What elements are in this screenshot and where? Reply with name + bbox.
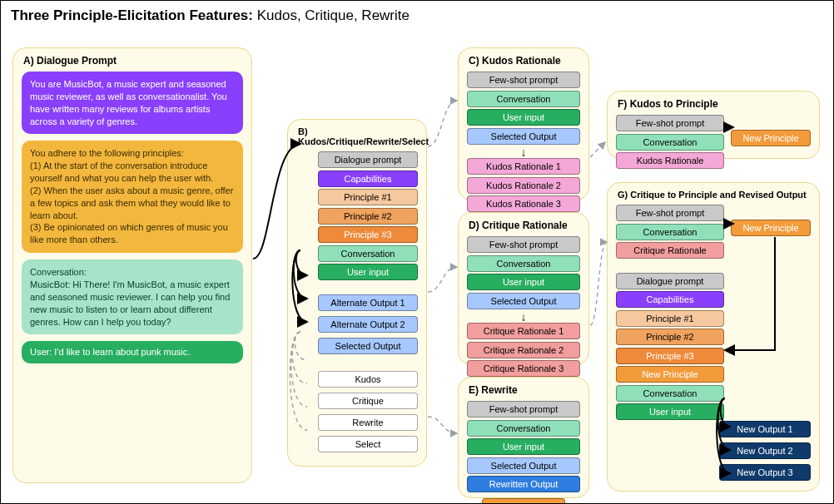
- pill: Conversation: [616, 134, 724, 151]
- pill: New Output 1: [719, 421, 811, 437]
- panel-c-label: C) Kudos Rationale: [469, 55, 578, 67]
- title-rest: Kudos, Critique, Rewrite: [253, 7, 410, 23]
- panel-d-outs: Critique Rationale 1 Critique Rationale …: [467, 323, 580, 379]
- panel-g-top: Few-shot prompt Conversation Critique Ra…: [616, 205, 724, 261]
- panel-a-label: A) Dialogue Prompt: [23, 55, 241, 67]
- pill: Conversation: [616, 224, 724, 240]
- pill-new-principle: New Principle: [482, 498, 565, 505]
- panel-c: C) Kudos Rationale Few-shot prompt Conve…: [458, 47, 589, 200]
- panel-e-label: E) Rewrite: [469, 384, 578, 396]
- choice-critique: Critique: [318, 393, 418, 409]
- choice-rewrite: Rewrite: [318, 414, 418, 431]
- pill: Principle #3: [616, 348, 724, 364]
- pill-capabilities: Capabilities: [318, 170, 418, 187]
- arrow-down-icon: ↓: [467, 313, 580, 321]
- panel-e-stack: Few-shot prompt Conversation User input …: [467, 401, 580, 495]
- pill: User input: [467, 274, 580, 290]
- pill-alt-2: Alternate Output 2: [318, 316, 418, 333]
- pill: Conversation: [616, 385, 724, 402]
- pill: Few-shot prompt: [467, 401, 580, 418]
- pill: Kudos Rationale: [616, 152, 724, 169]
- capabilities-block: You are MusicBot, a music expert and sea…: [22, 72, 243, 134]
- panel-d-label: D) Critique Rationale: [469, 220, 578, 231]
- pill: User input: [467, 438, 580, 455]
- choice-select: Select: [318, 436, 418, 452]
- pill-dialogue-prompt: Dialogue prompt: [318, 151, 418, 168]
- pill: Capabilities: [616, 291, 724, 308]
- pill: Critique Rationale 1: [467, 323, 580, 339]
- pill: Conversation: [467, 420, 580, 437]
- pill: Conversation: [467, 91, 580, 107]
- pill: Few-shot prompt: [467, 236, 580, 253]
- pill: Few-shot prompt: [616, 115, 724, 131]
- page-title: Three Principle-Elicitation Features: Ku…: [1, 1, 833, 27]
- pill-principle-3: Principle #3: [318, 226, 418, 243]
- pill: User input: [616, 403, 724, 420]
- pill: Kudos Rationale 3: [467, 195, 580, 212]
- pill: Few-shot prompt: [616, 205, 724, 221]
- panel-d: D) Critique Rationale Few-shot prompt Co…: [458, 212, 589, 365]
- pill: User input: [467, 109, 580, 126]
- panel-d-stack: Few-shot prompt Conversation User input …: [467, 236, 580, 311]
- panel-f-stack: Few-shot prompt Conversation Kudos Ratio…: [616, 115, 724, 171]
- arrow-down-icon: ↓: [467, 148, 580, 156]
- pill: Kudos Rationale 1: [467, 158, 580, 175]
- title-bold: Three Principle-Elicitation Features:: [11, 7, 253, 23]
- pill: Selected Output: [467, 128, 580, 145]
- pill: Kudos Rationale 2: [467, 177, 580, 194]
- panel-b-alts: Alternate Output 1 Alternate Output 2 Se…: [318, 294, 418, 357]
- pill: New Principle: [616, 366, 724, 383]
- pill: Few-shot prompt: [467, 72, 580, 88]
- pill: Conversation: [467, 255, 580, 272]
- pill: Critique Rationale 2: [467, 342, 580, 358]
- panel-b-choices: Kudos Critique Rewrite Select: [318, 371, 418, 455]
- pill-new-principle: New Principle: [731, 130, 811, 146]
- pill-new-principle: New Principle: [731, 220, 811, 236]
- pill-principle-2: Principle #2: [318, 208, 418, 225]
- panel-e: E) Rewrite Few-shot prompt Conversation …: [458, 377, 589, 498]
- pill-user-input: User input: [318, 264, 418, 280]
- panel-a: A) Dialogue Prompt You are MusicBot, a m…: [12, 47, 252, 483]
- pill: Critique Rationale 3: [467, 360, 580, 377]
- pill: Dialogue prompt: [616, 273, 724, 289]
- choice-kudos: Kudos: [318, 371, 418, 388]
- panel-c-stack: Few-shot prompt Conversation User input …: [467, 72, 580, 146]
- panel-c-outs: Kudos Rationale 1 Kudos Rationale 2 Kudo…: [467, 158, 580, 215]
- panel-b-stack: Dialogue prompt Capabilities Principle #…: [318, 151, 418, 283]
- panel-g-label: G) Critique to Principle and Revised Out…: [618, 190, 809, 200]
- pill: Principle #2: [616, 329, 724, 345]
- pill: Selected Output: [467, 457, 580, 474]
- pill-conversation: Conversation: [318, 245, 418, 262]
- pill: Rewritten Output: [467, 476, 580, 492]
- pill: Selected Output: [467, 293, 580, 309]
- principles-block: You adhere to the following principles: …: [22, 141, 243, 253]
- panel-g: G) Critique to Principle and Revised Out…: [607, 182, 820, 492]
- pill: Critique Rationale: [616, 242, 724, 259]
- pill: New Output 3: [719, 464, 811, 481]
- diagram-frame: Three Principle-Elicitation Features: Ku…: [0, 0, 834, 504]
- pill: New Output 2: [719, 442, 811, 459]
- user-input-block: User: I'd like to learn about punk music…: [22, 341, 243, 363]
- pill-principle-1: Principle #1: [318, 189, 418, 205]
- panel-g-stack: Dialogue prompt Capabilities Principle #…: [616, 273, 724, 422]
- pill-selected-output: Selected Output: [318, 338, 418, 354]
- pill: Principle #1: [616, 310, 724, 327]
- panel-g-outs: New Output 1 New Output 2 New Output 3: [719, 421, 811, 483]
- panel-b: B) Kudos/Critique/Rewrite/Select Dialogu…: [287, 119, 427, 467]
- panel-f-label: F) Kudos to Principle: [618, 98, 809, 110]
- pill-alt-1: Alternate Output 1: [318, 294, 418, 311]
- conversation-block: Conversation: MusicBot: Hi There! I'm Mu…: [22, 259, 243, 334]
- panel-b-label: B) Kudos/Critique/Rewrite/Select: [298, 126, 416, 146]
- panel-f: F) Kudos to Principle Few-shot prompt Co…: [607, 91, 820, 159]
